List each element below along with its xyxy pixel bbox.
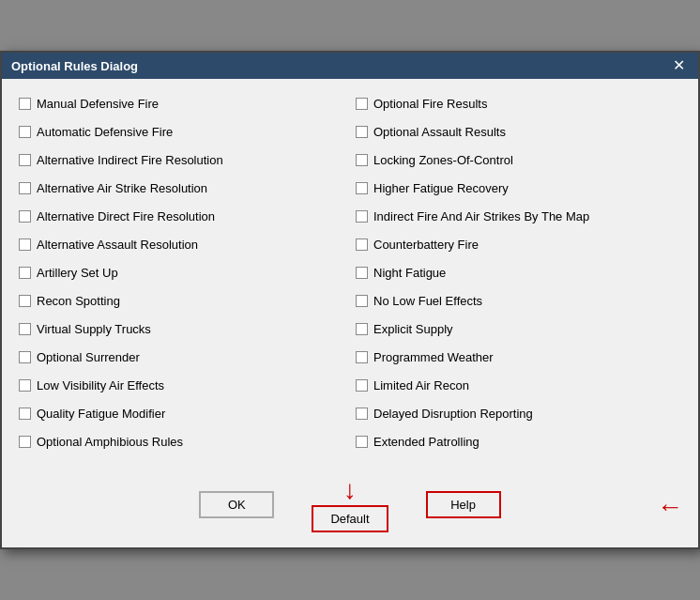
option-row-explicit-supply: Explicit Supply	[354, 315, 683, 342]
label-alternative-indirect-fire: Alternative Indirect Fire Resolution	[37, 153, 223, 167]
option-row-night-fatigue: Night Fatigue	[354, 259, 683, 285]
checkbox-optional-amphibious[interactable]	[19, 436, 31, 448]
option-row-low-visibility-air: Low Visibility Air Effects	[17, 372, 346, 398]
checkbox-night-fatigue[interactable]	[356, 267, 368, 279]
option-row-virtual-supply-trucks: Virtual Supply Trucks	[17, 315, 346, 342]
checkbox-alternative-indirect-fire[interactable]	[19, 154, 31, 166]
checkbox-no-low-fuel[interactable]	[356, 295, 368, 307]
help-button[interactable]: Help	[426, 491, 501, 518]
checkbox-optional-fire-results[interactable]	[356, 98, 368, 110]
checkbox-virtual-supply-trucks[interactable]	[19, 323, 31, 335]
label-alternative-direct-fire: Alternative Direct Fire Resolution	[37, 209, 215, 223]
checkbox-automatic-defensive-fire[interactable]	[19, 126, 31, 138]
checkbox-optional-surrender[interactable]	[19, 351, 31, 363]
label-counterbattery-fire: Counterbattery Fire	[373, 238, 479, 252]
option-row-programmed-weather: Programmed Weather	[354, 344, 683, 370]
option-row-delayed-disruption: Delayed Disruption Reporting	[354, 400, 683, 426]
checkbox-extended-patrolling[interactable]	[356, 436, 368, 448]
option-row-indirect-fire-air: Indirect Fire And Air Strikes By The Map	[354, 203, 683, 229]
close-button[interactable]: ✕	[669, 58, 689, 73]
checkbox-locking-zones[interactable]	[356, 154, 368, 166]
label-alternative-assault: Alternative Assault Resolution	[37, 238, 198, 252]
label-recon-spotting: Recon Spotting	[37, 294, 120, 308]
options-columns: Manual Defensive FireAutomatic Defensive…	[17, 90, 683, 454]
dialog-title: Optional Rules Dialog	[11, 59, 138, 73]
checkbox-optional-assault-results[interactable]	[356, 126, 368, 138]
checkbox-counterbattery-fire[interactable]	[356, 238, 368, 251]
option-row-manual-defensive-fire: Manual Defensive Fire	[17, 90, 346, 116]
checkbox-alternative-assault[interactable]	[19, 238, 31, 251]
label-no-low-fuel: No Low Fuel Effects	[373, 294, 482, 308]
label-optional-fire-results: Optional Fire Results	[373, 97, 487, 111]
label-quality-fatigue: Quality Fatigue Modifier	[37, 407, 165, 421]
checkbox-limited-air-recon[interactable]	[356, 379, 368, 392]
option-row-quality-fatigue: Quality Fatigue Modifier	[17, 400, 346, 426]
right-arrow-icon: ←	[657, 492, 683, 522]
ok-button[interactable]: OK	[199, 491, 274, 518]
option-row-higher-fatigue-recovery: Higher Fatigue Recovery	[354, 175, 683, 201]
option-row-optional-amphibious: Optional Amphibious Rules	[17, 428, 346, 454]
label-artillery-set-up: Artillery Set Up	[37, 266, 118, 280]
label-optional-amphibious: Optional Amphibious Rules	[37, 435, 183, 449]
label-programmed-weather: Programmed Weather	[373, 350, 494, 364]
label-explicit-supply: Explicit Supply	[373, 322, 453, 336]
label-higher-fatigue-recovery: Higher Fatigue Recovery	[373, 181, 509, 195]
option-row-recon-spotting: Recon Spotting	[17, 287, 346, 314]
option-row-alternative-indirect-fire: Alternative Indirect Fire Resolution	[17, 146, 346, 173]
label-locking-zones: Locking Zones-Of-Control	[373, 153, 513, 167]
checkbox-alternative-direct-fire[interactable]	[19, 210, 31, 223]
label-night-fatigue: Night Fatigue	[373, 266, 446, 280]
checkbox-explicit-supply[interactable]	[356, 323, 368, 335]
checkbox-low-visibility-air[interactable]	[19, 379, 31, 392]
option-row-alternative-direct-fire: Alternative Direct Fire Resolution	[17, 203, 346, 229]
option-row-optional-surrender: Optional Surrender	[17, 344, 346, 370]
label-extended-patrolling: Extended Patrolling	[373, 435, 479, 449]
label-automatic-defensive-fire: Automatic Defensive Fire	[37, 125, 173, 139]
label-indirect-fire-air: Indirect Fire And Air Strikes By The Map	[373, 209, 589, 223]
option-row-counterbattery-fire: Counterbattery Fire	[354, 231, 683, 257]
label-virtual-supply-trucks: Virtual Supply Trucks	[37, 322, 151, 336]
checkbox-manual-defensive-fire[interactable]	[19, 98, 31, 110]
help-button-wrapper: Help	[426, 491, 501, 518]
option-row-alternative-assault: Alternative Assault Resolution	[17, 231, 346, 257]
label-alternative-air-strike: Alternative Air Strike Resolution	[37, 181, 207, 195]
label-delayed-disruption: Delayed Disruption Reporting	[373, 407, 533, 421]
checkbox-quality-fatigue[interactable]	[19, 408, 31, 420]
right-column: Optional Fire ResultsOptional Assault Re…	[354, 90, 683, 454]
option-row-optional-fire-results: Optional Fire Results	[354, 90, 683, 116]
title-bar: Optional Rules Dialog ✕	[2, 53, 698, 79]
label-limited-air-recon: Limited Air Recon	[373, 378, 469, 392]
option-row-artillery-set-up: Artillery Set Up	[17, 259, 346, 285]
checkbox-recon-spotting[interactable]	[19, 295, 31, 307]
default-button[interactable]: Default	[312, 505, 388, 532]
left-column: Manual Defensive FireAutomatic Defensive…	[17, 90, 346, 454]
option-row-no-low-fuel: No Low Fuel Effects	[354, 287, 683, 314]
option-row-limited-air-recon: Limited Air Recon	[354, 372, 683, 398]
down-arrow-icon: ↓	[343, 477, 357, 503]
button-row: OK ↓ Default Help ←	[2, 466, 698, 547]
checkbox-higher-fatigue-recovery[interactable]	[356, 182, 368, 194]
optional-rules-dialog: Optional Rules Dialog ✕ Manual Defensive…	[0, 51, 700, 549]
label-optional-assault-results: Optional Assault Results	[373, 125, 506, 139]
option-row-automatic-defensive-fire: Automatic Defensive Fire	[17, 118, 346, 145]
option-row-alternative-air-strike: Alternative Air Strike Resolution	[17, 175, 346, 201]
label-manual-defensive-fire: Manual Defensive Fire	[37, 97, 159, 111]
checkbox-delayed-disruption[interactable]	[356, 408, 368, 420]
dialog-body: Manual Defensive FireAutomatic Defensive…	[2, 79, 698, 466]
default-button-wrapper: ↓ Default	[312, 477, 388, 532]
label-optional-surrender: Optional Surrender	[37, 350, 140, 364]
option-row-locking-zones: Locking Zones-Of-Control	[354, 146, 683, 173]
checkbox-artillery-set-up[interactable]	[19, 267, 31, 279]
checkbox-indirect-fire-air[interactable]	[356, 210, 368, 223]
checkbox-programmed-weather[interactable]	[356, 351, 368, 363]
checkbox-alternative-air-strike[interactable]	[19, 182, 31, 194]
option-row-extended-patrolling: Extended Patrolling	[354, 428, 683, 454]
label-low-visibility-air: Low Visibility Air Effects	[37, 378, 164, 392]
option-row-optional-assault-results: Optional Assault Results	[354, 118, 683, 145]
